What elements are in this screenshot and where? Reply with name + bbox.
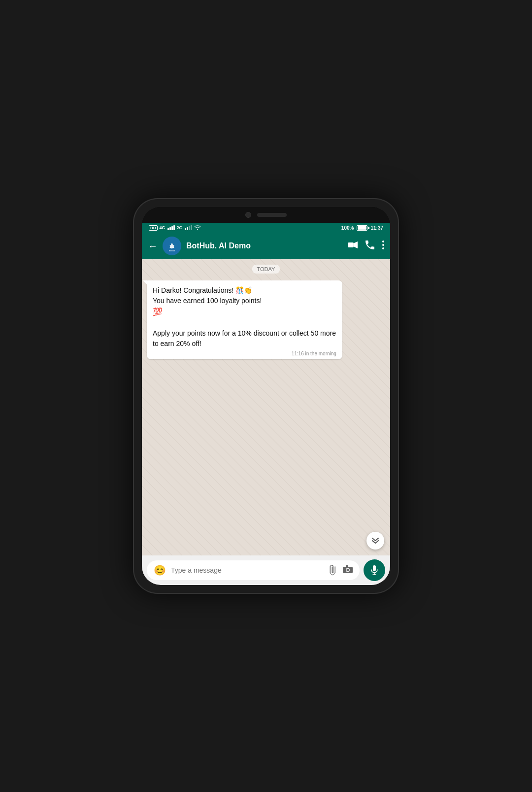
back-button[interactable]: ← bbox=[148, 241, 158, 252]
camera-dot bbox=[245, 212, 251, 218]
svg-marker-6 bbox=[354, 241, 358, 248]
chat-area: TODAY Hi Darko! Congratulations! 🎊👏 You … bbox=[142, 259, 390, 555]
message-bubble: Hi Darko! Congratulations! 🎊👏 You have e… bbox=[147, 280, 342, 359]
status-bar: HD 4G 2G 100% bbox=[142, 223, 390, 233]
phone-inner: HD 4G 2G 100% bbox=[142, 207, 390, 585]
avatar[interactable]: bothub bbox=[163, 237, 181, 255]
svg-point-7 bbox=[382, 241, 384, 242]
svg-rect-13 bbox=[346, 565, 348, 567]
date-label: TODAY bbox=[147, 264, 385, 274]
attach-button[interactable] bbox=[327, 563, 341, 578]
message-input-wrapper: 😊 bbox=[147, 560, 360, 580]
signal-2g bbox=[185, 225, 192, 230]
svg-point-9 bbox=[382, 247, 384, 249]
network-2g: 2G bbox=[177, 225, 183, 230]
clock: 11:37 bbox=[370, 225, 383, 231]
phone-top-bar bbox=[142, 207, 390, 223]
speaker-grille bbox=[257, 213, 287, 217]
more-options-icon[interactable] bbox=[382, 241, 384, 251]
signal-4g bbox=[167, 225, 175, 230]
contact-info: BotHub. AI Demo bbox=[186, 241, 343, 250]
mic-button[interactable] bbox=[364, 559, 385, 581]
message-line2: You have earned 100 loyalty points! bbox=[153, 297, 262, 305]
svg-point-12 bbox=[347, 569, 349, 571]
avatar-image: bothub bbox=[163, 237, 181, 255]
input-area: 😊 bbox=[142, 555, 390, 585]
hd-indicator: HD bbox=[149, 225, 158, 231]
phone-call-icon[interactable] bbox=[366, 241, 374, 251]
svg-point-3 bbox=[171, 243, 173, 248]
svg-text:bothub: bothub bbox=[169, 250, 175, 252]
message-timestamp: 11:16 in the morning bbox=[153, 351, 336, 356]
message-emoji-100: 💯 bbox=[153, 308, 163, 316]
date-badge: TODAY bbox=[252, 265, 280, 274]
message-input[interactable] bbox=[171, 566, 324, 574]
status-right: 100% 11:37 bbox=[341, 225, 383, 231]
message-line3: Apply your points now for a 10% discount… bbox=[153, 329, 336, 347]
contact-name: BotHub. AI Demo bbox=[186, 241, 343, 250]
header-icons bbox=[348, 241, 384, 251]
svg-rect-5 bbox=[348, 242, 354, 247]
battery-percent: 100% bbox=[341, 225, 354, 231]
scroll-down-button[interactable] bbox=[366, 532, 384, 550]
svg-point-8 bbox=[382, 244, 384, 246]
message-line1: Hi Darko! Congratulations! 🎊👏 bbox=[153, 286, 252, 294]
chat-content: TODAY Hi Darko! Congratulations! 🎊👏 You … bbox=[142, 259, 390, 555]
svg-rect-14 bbox=[373, 565, 376, 571]
status-left: HD 4G 2G bbox=[149, 225, 201, 231]
message-text: Hi Darko! Congratulations! 🎊👏 You have e… bbox=[153, 285, 336, 349]
emoji-button[interactable]: 😊 bbox=[154, 564, 166, 576]
video-call-icon[interactable] bbox=[348, 241, 358, 250]
phone-frame: HD 4G 2G 100% bbox=[133, 198, 399, 594]
battery-icon bbox=[357, 225, 367, 231]
network-4g: 4G bbox=[160, 225, 166, 230]
chat-header: ← bothub BotHub. AI De bbox=[142, 233, 390, 259]
wifi-icon bbox=[194, 225, 201, 231]
camera-button[interactable] bbox=[343, 565, 353, 576]
battery-fill bbox=[358, 226, 366, 230]
